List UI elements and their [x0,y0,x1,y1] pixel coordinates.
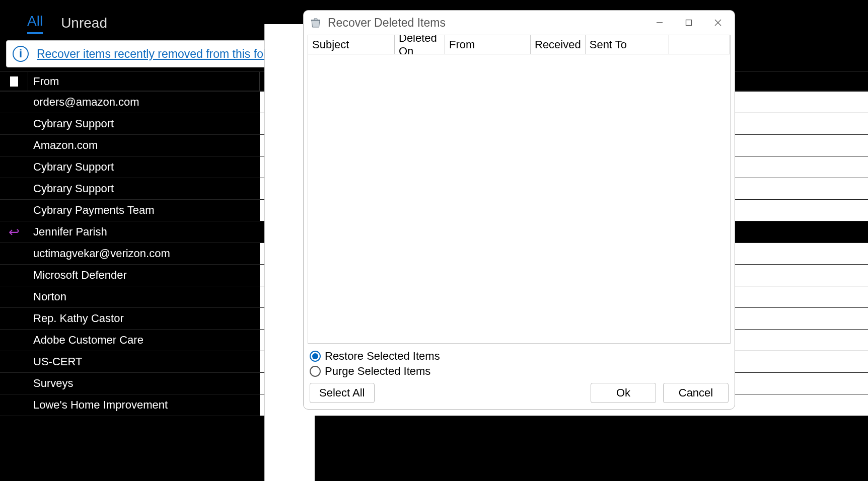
row-from: Lowe's Home Improvement [28,398,260,412]
svg-rect-1 [686,20,692,26]
dialog-titlebar: Recover Deleted Items [304,11,735,35]
row-from: Jennifer Parish [28,225,260,238]
grid-header-extra[interactable] [669,35,730,54]
row-from: Amazon.com [28,139,260,152]
recover-banner: i Recover items recently removed from th… [6,40,293,67]
close-button[interactable] [703,12,733,34]
row-from: orders@amazon.com [28,96,260,109]
recover-deleted-items-dialog: Recover Deleted Items Subject Deleted On… [303,10,735,410]
recycle-bin-icon [309,16,323,30]
radio-purge[interactable]: Purge Selected Items [310,365,729,378]
reply-icon: ↩ [9,224,20,240]
dialog-title: Recover Deleted Items [328,16,640,30]
from-column-header[interactable]: From [28,72,260,91]
grid-header-received[interactable]: Received [531,35,586,54]
row-from: US-CERT [28,355,260,368]
row-status-icon: ↩ [0,224,28,240]
row-from: Adobe Customer Care [28,334,260,347]
tab-unread[interactable]: Unread [61,15,107,34]
grid-header-sent-to[interactable]: Sent To [586,35,669,54]
grid-header-from[interactable]: From [445,35,531,54]
row-from: Surveys [28,377,260,390]
cancel-button[interactable]: Cancel [663,383,729,403]
attachment-column-header[interactable] [0,72,28,91]
row-from: Cybrary Payments Team [28,204,260,217]
window-controls [645,12,733,34]
radio-icon [310,351,321,362]
grid-header-subject[interactable]: Subject [308,35,395,54]
grid-header-deleted-on[interactable]: Deleted On [395,35,445,54]
row-from: Microsoft Defender [28,269,260,282]
row-from: Rep. Kathy Castor [28,312,260,325]
recover-items-grid: Subject Deleted On From Received Sent To [308,35,731,344]
minimize-button[interactable] [645,12,674,34]
radio-restore[interactable]: Restore Selected Items [310,350,729,363]
tab-all[interactable]: All [27,13,43,34]
grid-body-empty[interactable] [308,54,730,343]
row-from: Norton [28,290,260,303]
row-from: uctimagvekar@verizon.com [28,247,260,260]
radio-purge-label: Purge Selected Items [325,365,430,378]
recover-link[interactable]: Recover items recently removed from this… [37,47,282,61]
document-icon [10,76,18,87]
row-from: Cybrary Support [28,182,260,195]
ok-button[interactable]: Ok [591,383,656,403]
select-all-button[interactable]: Select All [310,383,375,403]
info-icon: i [13,46,29,62]
dialog-footer: Restore Selected Items Purge Selected It… [304,347,735,409]
maximize-button[interactable] [674,12,703,34]
row-from: Cybrary Support [28,161,260,174]
row-from: Cybrary Support [28,117,260,130]
grid-headers: Subject Deleted On From Received Sent To [308,35,730,54]
radio-restore-label: Restore Selected Items [325,350,440,363]
radio-icon [310,366,321,377]
